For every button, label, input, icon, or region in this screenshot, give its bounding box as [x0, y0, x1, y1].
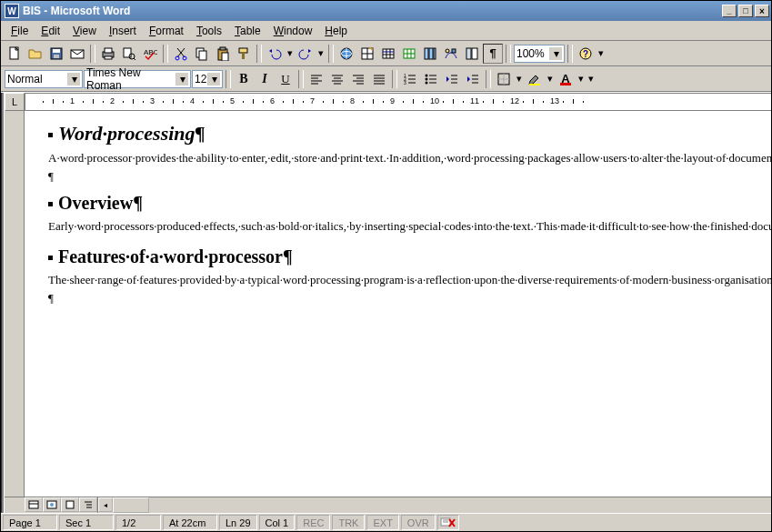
zoom-combo[interactable]: 100%▾ — [514, 45, 565, 63]
justify-button[interactable] — [369, 69, 389, 89]
status-trk[interactable]: TRK — [332, 515, 365, 530]
web-view-button[interactable] — [43, 497, 61, 512]
normal-view-button[interactable] — [25, 497, 43, 512]
status-ovr[interactable]: OVR — [401, 515, 436, 530]
new-doc-button[interactable] — [5, 44, 25, 64]
columns-button[interactable] — [420, 44, 440, 64]
font-color-button[interactable]: A — [556, 69, 576, 89]
print-view-button[interactable] — [61, 497, 79, 512]
paste-button[interactable] — [213, 44, 233, 64]
svg-rect-17 — [220, 47, 226, 50]
svg-rect-6 — [105, 48, 112, 53]
menu-edit[interactable]: Edit — [35, 23, 66, 39]
svg-rect-27 — [383, 49, 394, 58]
hscroll-left-button[interactable]: ◂ — [98, 497, 113, 512]
underline-button[interactable]: U — [276, 69, 296, 89]
open-button[interactable] — [25, 44, 45, 64]
font-color-dropdown[interactable]: ▾ — [576, 69, 586, 89]
insert-table-button[interactable] — [378, 44, 398, 64]
indent-button[interactable] — [463, 69, 483, 89]
style-combo[interactable]: Normal▾ — [5, 70, 83, 88]
tables-borders-button[interactable] — [357, 44, 377, 64]
svg-point-39 — [446, 49, 449, 53]
fontsize-combo[interactable]: 12▾ — [192, 70, 223, 88]
save-button[interactable] — [46, 44, 66, 64]
document-area: L 12345678910111213 ▴ Word·processing¶ A… — [5, 93, 771, 513]
svg-rect-3 — [54, 55, 59, 58]
svg-text:ABC: ABC — [144, 48, 157, 56]
doc-map-button[interactable] — [462, 44, 482, 64]
status-ext[interactable]: EXT — [366, 515, 398, 530]
format-painter-button[interactable] — [234, 44, 254, 64]
redo-button[interactable] — [296, 44, 316, 64]
horizontal-scrollbar[interactable] — [113, 497, 771, 513]
highlight-button[interactable] — [525, 69, 545, 89]
minimize-button[interactable]: _ — [722, 5, 737, 17]
svg-rect-7 — [105, 56, 112, 59]
align-left-button[interactable] — [306, 69, 326, 89]
align-center-button[interactable] — [327, 69, 347, 89]
email-button[interactable] — [67, 44, 87, 64]
svg-point-69 — [426, 81, 428, 84]
numbering-button[interactable]: 123 — [400, 69, 420, 89]
show-marks-button[interactable]: ¶ — [483, 44, 503, 64]
cut-button[interactable] — [171, 44, 191, 64]
formatting-more[interactable]: ▾ — [587, 69, 596, 89]
svg-rect-8 — [124, 48, 131, 57]
highlight-dropdown[interactable]: ▾ — [546, 69, 555, 89]
status-line: Ln 29 — [219, 515, 257, 530]
menu-table[interactable]: Table — [228, 23, 267, 39]
status-section: Sec 1 — [59, 515, 114, 530]
borders-button[interactable] — [494, 69, 514, 89]
menu-tools[interactable]: Tools — [190, 23, 228, 39]
status-at: At 22cm — [163, 515, 217, 530]
menubar: FileEditViewInsertFormatToolsTableWindow… — [1, 21, 771, 41]
svg-rect-87 — [66, 501, 74, 508]
maximize-button[interactable]: □ — [738, 5, 753, 17]
print-button[interactable] — [98, 44, 118, 64]
bold-button[interactable]: B — [234, 69, 254, 89]
tab-type-button[interactable]: L — [5, 93, 25, 111]
outdent-button[interactable] — [442, 69, 462, 89]
svg-point-86 — [50, 503, 54, 507]
svg-rect-83 — [29, 501, 38, 508]
insert-excel-button[interactable] — [399, 44, 419, 64]
document-page[interactable]: Word·processing¶ A·word·processor·provid… — [25, 111, 771, 497]
svg-rect-37 — [429, 48, 433, 59]
toolbar-more[interactable]: ▾ — [597, 44, 606, 64]
spellcheck-button[interactable]: ABC — [140, 44, 160, 64]
bullets-button[interactable] — [421, 69, 441, 89]
selection-bar[interactable] — [5, 111, 25, 497]
help-button[interactable]: ? — [576, 44, 596, 64]
menu-format[interactable]: Format — [143, 23, 190, 39]
status-spell-icon[interactable] — [437, 515, 459, 530]
drawing-button[interactable] — [441, 44, 461, 64]
italic-button[interactable]: I — [255, 69, 275, 89]
align-right-button[interactable] — [348, 69, 368, 89]
undo-button[interactable] — [265, 44, 285, 64]
svg-rect-18 — [222, 53, 228, 61]
outline-view-button[interactable] — [79, 497, 97, 512]
menu-insert[interactable]: Insert — [103, 23, 143, 39]
copy-button[interactable] — [192, 44, 212, 64]
view-buttons — [25, 497, 98, 513]
font-combo[interactable]: Times New Roman▾ — [84, 70, 191, 88]
status-rec[interactable]: REC — [296, 515, 330, 530]
svg-rect-82 — [529, 84, 540, 85]
menu-view[interactable]: View — [66, 23, 103, 39]
close-button[interactable]: × — [755, 5, 769, 17]
menu-window[interactable]: Window — [267, 23, 319, 39]
borders-dropdown[interactable]: ▾ — [515, 69, 524, 89]
hyperlink-button[interactable] — [336, 44, 356, 64]
svg-rect-20 — [242, 53, 245, 59]
menu-file[interactable]: File — [5, 23, 35, 39]
menu-help[interactable]: Help — [318, 23, 354, 39]
svg-point-67 — [426, 74, 428, 76]
redo-dropdown[interactable]: ▾ — [316, 44, 326, 64]
horizontal-ruler[interactable]: 12345678910111213 — [25, 93, 771, 111]
word-app-icon: W — [5, 4, 19, 18]
status-col: Col 1 — [259, 515, 296, 530]
print-preview-button[interactable] — [119, 44, 139, 64]
svg-rect-19 — [239, 48, 247, 53]
undo-dropdown[interactable]: ▾ — [286, 44, 295, 64]
